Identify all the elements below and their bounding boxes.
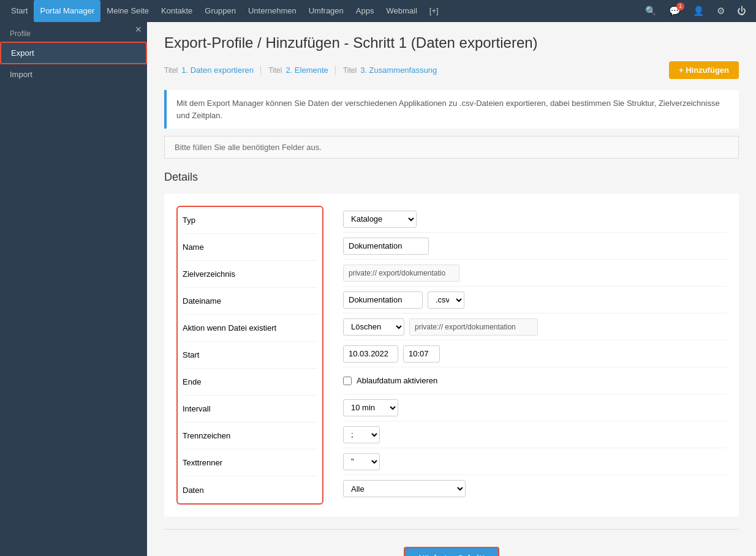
trennzeichen-select[interactable]: ; [343,426,380,443]
bottom-bar: Nächster Schritt [164,547,739,556]
notification-icon[interactable]: 💬 1 [664,0,686,22]
label-intervall: Intervall [183,404,211,413]
label-row-intervall: Intervall [183,396,317,423]
nav-webmail[interactable]: Webmail [380,0,423,22]
form-controls: Kataloge private:// export/dokument [333,206,727,505]
label-texttrenner: Texttrenner [183,458,222,467]
nav-portal-manager[interactable]: Portal Manager [34,0,100,22]
nav-gruppen[interactable]: Gruppen [198,0,242,22]
label-aktion: Aktion wenn Datei existiert [183,323,276,332]
control-row-ziel: private:// export/dokumentatio [343,260,727,287]
nav-meine-seite[interactable]: Meine Seite [100,0,155,22]
divider [164,529,739,530]
page-title: Export-Profile / Hinzufügen - Schritt 1 … [164,34,739,51]
step3-label[interactable]: 3. Zusammenfassung [360,66,437,75]
notification-badge: 1 [676,2,684,10]
csv-select[interactable]: .csv [428,291,464,309]
nav-umfragen[interactable]: Umfragen [303,0,350,22]
start-time-input[interactable] [403,345,440,363]
details-card: Typ Name Zielverzeichnis Dateiname Aktio… [164,193,739,517]
wizard-step-2: Titel 2. Elemente [268,66,328,75]
aktion-control: Löschen private:// export/dokumentation [343,316,727,338]
control-row-intervall: 10 min [343,394,727,421]
warning-box: Bitte füllen Sie alle benötigten Felder … [164,136,739,159]
step3-title-label: Titel [343,66,357,75]
start-date-input[interactable] [343,345,398,363]
nav-kontakte[interactable]: Kontakte [155,0,198,22]
details-section-title: Details [164,171,739,184]
intervall-control: 10 min [343,397,727,419]
control-row-trenn: ; [343,421,727,448]
nav-apps[interactable]: Apps [350,0,380,22]
ablauf-checkbox[interactable] [343,377,352,385]
name-control [343,235,727,257]
wizard-steps: Titel 1. Daten exportieren │ Titel 2. El… [164,61,739,79]
nav-plus[interactable]: [+] [423,0,445,22]
daten-select[interactable]: Alle [343,480,466,497]
name-input[interactable] [343,238,429,255]
control-row-daten: Alle [343,475,727,502]
wizard-sep-2: │ [333,66,338,75]
sidebar-close-icon[interactable]: ✕ [135,24,142,34]
nav-unternehmen[interactable]: Unternehmen [242,0,303,22]
sidebar-item-export[interactable]: Export [0,42,147,64]
top-navigation: Start Portal Manager Meine Seite Kontakt… [0,0,756,22]
ende-control: Ablaufdatum aktivieren [343,374,727,388]
sidebar-item-import[interactable]: Import [0,64,147,85]
intervall-select[interactable]: 10 min [343,399,398,416]
label-row-name: Name [183,234,317,261]
settings-icon[interactable]: ⚙ [712,0,730,22]
power-icon[interactable]: ⏻ [732,0,751,22]
ziel-control: private:// export/dokumentatio [343,262,727,284]
aktion-select[interactable]: Löschen [343,318,404,336]
wizard-step-1: Titel 1. Daten exportieren [164,66,254,75]
user-icon[interactable]: 👤 [688,0,709,22]
add-button[interactable]: + Hinzufügen [669,61,739,79]
step1-title-label: Titel [164,66,178,75]
info-box: Mit dem Export Manager können Sie Daten … [164,90,739,129]
nav-start[interactable]: Start [5,0,34,22]
control-row-aktion: Löschen private:// export/dokumentation [343,314,727,340]
form-labels-box: Typ Name Zielverzeichnis Dateiname Aktio… [176,206,323,505]
label-row-ende: Ende [183,369,317,396]
step1-label[interactable]: 1. Daten exportieren [181,66,254,75]
datei-control: .csv [343,289,727,311]
control-row-datei: .csv [343,287,727,314]
label-row-aktion: Aktion wenn Datei existiert [183,315,317,342]
main-layout: ✕ Profile Export Import Export-Profile /… [0,22,756,556]
next-step-button[interactable]: Nächster Schritt [404,547,499,556]
label-row-start: Start [183,342,317,369]
aktion-path: private:// export/dokumentation [409,318,538,336]
label-name: Name [183,242,204,252]
label-row-datei: Dateiname [183,288,317,315]
label-dateiname: Dateiname [183,296,221,306]
control-row-name [343,233,727,260]
label-row-daten: Daten [183,476,317,503]
label-zielverzeichnis: Zielverzeichnis [183,269,235,279]
label-row-trenn: Trennzeichen [183,423,317,449]
sidebar: ✕ Profile Export Import [0,22,147,556]
ziel-path: private:// export/dokumentatio [343,265,459,282]
typ-select[interactable]: Kataloge [343,211,417,228]
label-start: Start [183,350,199,359]
control-row-text: " [343,448,727,475]
label-typ: Typ [183,216,195,225]
label-daten: Daten [183,486,204,495]
label-row-texttrenner: Texttrenner [183,449,317,476]
start-control [343,343,727,365]
daten-control: Alle [343,478,727,500]
label-row-typ: Typ [183,207,317,234]
texttrenner-select[interactable]: " [343,453,380,470]
step2-title-label: Titel [268,66,282,75]
label-ende: Ende [183,377,201,386]
step2-label[interactable]: 2. Elemente [285,66,328,75]
ablauf-label: Ablaufdatum aktivieren [357,376,437,385]
sidebar-section-profile: Profile [0,22,147,42]
wizard-step-3: Titel 3. Zusammenfassung [343,66,437,75]
search-icon[interactable]: 🔍 [640,0,662,22]
label-trennzeichen: Trennzeichen [183,431,230,440]
control-row-ende: Ablaufdatum aktivieren [343,367,727,394]
label-row-ziel: Zielverzeichnis [183,261,317,288]
wizard-sep-1: │ [259,66,263,75]
dateiname-input[interactable] [343,291,423,309]
